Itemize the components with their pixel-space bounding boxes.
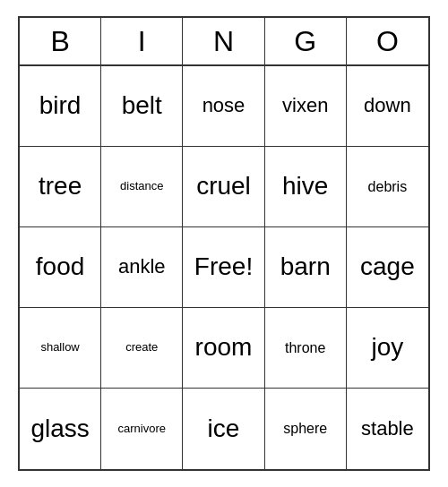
- bingo-card: BINGO birdbeltnosevixendowntreedistancec…: [18, 16, 430, 471]
- bingo-cell: debris: [347, 147, 428, 227]
- cell-text: stable: [361, 418, 414, 440]
- bingo-cell: ankle: [101, 227, 183, 308]
- bingo-cell: belt: [101, 66, 183, 147]
- bingo-cell: shallow: [20, 308, 101, 389]
- cell-text: glass: [30, 415, 89, 443]
- bingo-cell: food: [20, 227, 101, 308]
- bingo-cell: throne: [265, 308, 347, 389]
- bingo-cell: tree: [20, 147, 101, 227]
- cell-text: joy: [371, 334, 403, 362]
- bingo-cell: stable: [347, 389, 428, 469]
- bingo-cell: nose: [183, 66, 264, 147]
- header-letter-i: I: [101, 18, 183, 64]
- cell-text: belt: [122, 92, 162, 120]
- bingo-cell: down: [347, 66, 428, 147]
- bingo-cell: hive: [265, 147, 347, 227]
- cell-text: nose: [202, 95, 246, 116]
- cell-text: cage: [360, 253, 415, 281]
- bingo-cell: glass: [20, 389, 101, 469]
- bingo-cell: sphere: [265, 389, 347, 469]
- bingo-grid: birdbeltnosevixendowntreedistancecruelhi…: [20, 66, 428, 469]
- cell-text: ice: [208, 415, 240, 443]
- bingo-cell: joy: [347, 308, 428, 389]
- cell-text: debris: [368, 179, 408, 195]
- bingo-cell: bird: [20, 66, 101, 147]
- bingo-cell: room: [183, 308, 264, 389]
- cell-text: tree: [39, 173, 82, 201]
- cell-text: room: [195, 334, 253, 362]
- bingo-cell: cruel: [183, 147, 264, 227]
- cell-text: distance: [120, 180, 163, 192]
- bingo-cell: ice: [183, 389, 264, 469]
- bingo-cell: distance: [101, 147, 183, 227]
- header-letter-g: G: [265, 18, 347, 64]
- cell-text: vixen: [282, 95, 328, 116]
- header-letter-o: O: [347, 18, 428, 64]
- cell-text: cruel: [196, 173, 251, 201]
- cell-text: throne: [285, 340, 325, 356]
- cell-text: ankle: [118, 256, 166, 278]
- cell-text: shallow: [40, 341, 79, 354]
- cell-text: barn: [280, 253, 331, 281]
- cell-text: Free!: [194, 253, 253, 281]
- cell-text: down: [364, 95, 411, 116]
- cell-text: carnivore: [118, 423, 166, 435]
- header-letter-n: N: [183, 18, 264, 64]
- cell-text: food: [36, 253, 85, 281]
- bingo-cell: create: [101, 308, 183, 389]
- bingo-cell: carnivore: [101, 389, 183, 469]
- bingo-cell: barn: [265, 227, 347, 308]
- header-letter-b: B: [20, 18, 101, 64]
- bingo-header: BINGO: [20, 18, 428, 66]
- bingo-cell: vixen: [265, 66, 347, 147]
- cell-text: hive: [282, 173, 328, 201]
- cell-text: create: [125, 341, 158, 354]
- cell-text: sphere: [283, 421, 327, 437]
- bingo-cell: cage: [347, 227, 428, 308]
- cell-text: bird: [39, 92, 82, 120]
- bingo-cell: Free!: [183, 227, 264, 308]
